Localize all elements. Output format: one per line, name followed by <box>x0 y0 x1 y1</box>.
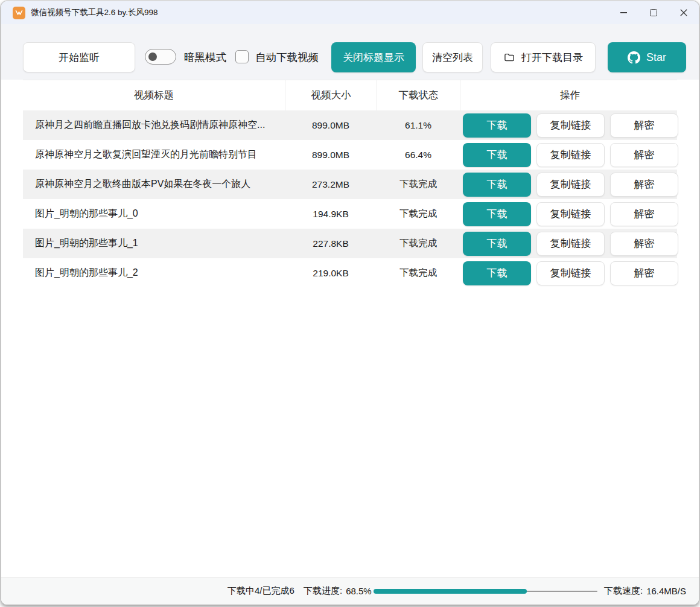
video-title: 图片_明朝的那些事儿_1 <box>23 237 285 250</box>
decrypt-button[interactable]: 解密 <box>610 232 678 256</box>
download-button[interactable]: 下载 <box>463 143 531 167</box>
auto-download-checkbox[interactable] <box>235 50 249 63</box>
progress-fill <box>374 589 527 594</box>
download-button[interactable]: 下载 <box>463 232 531 256</box>
maximize-icon <box>650 9 657 16</box>
decrypt-button[interactable]: 解密 <box>610 143 678 167</box>
download-progress-bar <box>374 589 597 594</box>
header-download-status: 下载状态 <box>377 80 460 110</box>
video-size: 899.0MB <box>285 150 377 160</box>
decrypt-button[interactable]: 解密 <box>610 113 678 138</box>
open-download-dir-label: 打开下载目录 <box>521 51 583 65</box>
auto-download-label: 自动下载视频 <box>255 42 319 72</box>
video-title: 原神原神空月之歌复演回望湮灭的月光前瞻特别节目 <box>23 148 285 161</box>
window-title: 微信视频号下载工具2.6 by.长风998 <box>31 7 608 18</box>
copy-link-button[interactable]: 复制链接 <box>536 261 605 285</box>
video-size: 227.8KB <box>285 238 377 249</box>
download-status: 61.1% <box>377 120 460 131</box>
header-video-title: 视频标题 <box>23 80 285 110</box>
progress-label: 下载进度: <box>304 585 342 597</box>
clear-list-button[interactable]: 清空列表 <box>422 42 483 72</box>
status-bar: 下载中4/已完成6 下载进度: 68.5% 下载速度: 16.4MB/S <box>1 577 699 605</box>
copy-link-button[interactable]: 复制链接 <box>536 173 605 197</box>
star-button[interactable]: Star <box>608 42 686 72</box>
minimize-icon <box>620 12 627 13</box>
header-actions: 操作 <box>460 80 679 110</box>
decrypt-button[interactable]: 解密 <box>610 173 678 197</box>
copy-link-button[interactable]: 复制链接 <box>536 113 605 138</box>
start-listen-button[interactable]: 开始监听 <box>23 42 135 72</box>
video-title: 原神原神空月之歌终曲版本PV如果在冬夜一个旅人 <box>23 178 285 191</box>
video-size: 273.2MB <box>285 179 377 190</box>
table-row: 图片_明朝的那些事儿_0 194.9KB 下载完成 下载 复制链接 解密 <box>23 199 677 229</box>
download-button[interactable]: 下载 <box>463 261 531 285</box>
app-window: 微信视频号下载工具2.6 by.长风998 开始监听 暗黑模式 自动下载视频 关… <box>1 1 699 605</box>
toggle-knob <box>148 52 157 61</box>
row-actions: 下载 复制链接 解密 <box>460 113 679 138</box>
window-controls <box>608 1 699 24</box>
speed-group: 下载速度: 16.4MB/S <box>604 577 686 605</box>
table-row: 原神月之四前瞻直播回放卡池兑换码剧情原神原神空... 899.0MB 61.1%… <box>23 110 677 140</box>
close-button[interactable] <box>669 1 699 24</box>
row-actions: 下载 复制链接 解密 <box>460 261 679 285</box>
wechat-channels-logo-icon <box>14 8 24 17</box>
table-row: 图片_明朝的那些事儿_2 219.0KB 下载完成 下载 复制链接 解密 <box>23 258 677 288</box>
copy-link-button[interactable]: 复制链接 <box>536 232 605 256</box>
row-actions: 下载 复制链接 解密 <box>460 173 679 197</box>
download-status: 下载完成 <box>377 208 460 220</box>
video-size: 899.0MB <box>285 120 377 131</box>
download-button[interactable]: 下载 <box>463 173 531 197</box>
table-row: 原神原神空月之歌复演回望湮灭的月光前瞻特别节目 899.0MB 66.4% 下载… <box>23 140 677 170</box>
video-title: 图片_明朝的那些事儿_2 <box>23 267 285 279</box>
video-title: 原神月之四前瞻直播回放卡池兑换码剧情原神原神空... <box>23 119 285 132</box>
dark-mode-label: 暗黑模式 <box>184 42 226 72</box>
progress-value: 68.5% <box>346 586 372 596</box>
dark-mode-toggle[interactable] <box>145 49 176 65</box>
download-button[interactable]: 下载 <box>463 113 531 138</box>
close-title-display-button[interactable]: 关闭标题显示 <box>331 42 416 72</box>
video-size: 194.9KB <box>285 209 377 220</box>
table-row: 图片_明朝的那些事儿_1 227.8KB 下载完成 下载 复制链接 解密 <box>23 229 677 258</box>
download-status: 66.4% <box>377 150 460 160</box>
minimize-button[interactable] <box>608 1 638 24</box>
table-body: 原神月之四前瞻直播回放卡池兑换码剧情原神原神空... 899.0MB 61.1%… <box>1 110 699 288</box>
download-status: 下载完成 <box>377 178 460 191</box>
folder-icon <box>503 51 515 63</box>
open-download-dir-button[interactable]: 打开下载目录 <box>491 42 596 72</box>
table-row: 原神原神空月之歌终曲版本PV如果在冬夜一个旅人 273.2MB 下载完成 下载 … <box>23 170 677 199</box>
app-icon <box>13 7 25 19</box>
download-status: 下载完成 <box>377 237 460 250</box>
maximize-button[interactable] <box>638 1 669 24</box>
row-actions: 下载 复制链接 解密 <box>460 143 679 167</box>
header-video-size: 视频大小 <box>285 80 377 110</box>
speed-value: 16.4MB/S <box>646 586 686 596</box>
star-label: Star <box>646 51 666 64</box>
video-title: 图片_明朝的那些事儿_0 <box>23 208 285 220</box>
download-counts: 下载中4/已完成6 <box>228 577 294 605</box>
decrypt-button[interactable]: 解密 <box>610 261 678 285</box>
progress-group: 下载进度: 68.5% <box>304 577 372 605</box>
github-octocat-icon <box>628 51 640 64</box>
row-actions: 下载 复制链接 解密 <box>460 232 679 256</box>
close-icon <box>680 9 687 16</box>
toolbar: 开始监听 暗黑模式 自动下载视频 关闭标题显示 清空列表 打开下载目录 Star <box>1 24 699 80</box>
copy-link-button[interactable]: 复制链接 <box>536 202 605 226</box>
table-header: 视频标题 视频大小 下载状态 操作 <box>23 80 677 110</box>
decrypt-button[interactable]: 解密 <box>610 202 678 226</box>
download-status: 下载完成 <box>377 267 460 279</box>
row-actions: 下载 复制链接 解密 <box>460 202 679 226</box>
copy-link-button[interactable]: 复制链接 <box>536 143 605 167</box>
video-size: 219.0KB <box>285 268 377 279</box>
download-button[interactable]: 下载 <box>463 202 531 226</box>
speed-label: 下载速度: <box>604 585 643 597</box>
title-bar: 微信视频号下载工具2.6 by.长风998 <box>1 1 699 24</box>
